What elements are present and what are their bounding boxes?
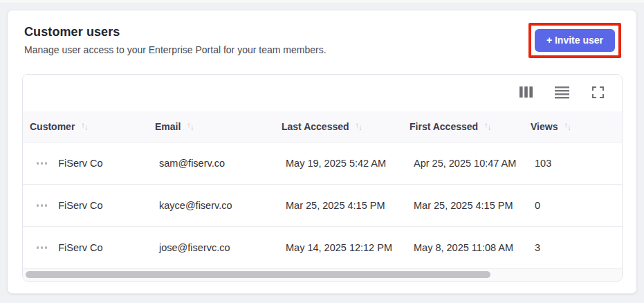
fullscreen-button[interactable] — [586, 82, 609, 105]
density-toggle-button[interactable] — [550, 82, 573, 105]
email-cell: jose@fiservc.co — [148, 242, 275, 253]
column-header-label: First Accessed — [410, 121, 478, 132]
sort-icon[interactable]: ↑↓ — [356, 122, 363, 131]
table-header-row: Customer ↑↓ Email ↑↓ Last Accessed ↑↓ Fi… — [23, 111, 622, 143]
annotation-highlight-box: + Invite user — [528, 23, 621, 58]
horizontal-scrollbar[interactable] — [23, 269, 622, 281]
last-accessed-cell: Mar 25, 2025 4:15 PM — [275, 200, 403, 211]
sort-icon[interactable]: ↑↓ — [187, 122, 194, 131]
table-toolbar — [23, 75, 622, 111]
table-row[interactable]: FiServ Co kayce@fiserv.co Mar 25, 2025 4… — [23, 185, 622, 227]
last-accessed-cell: May 14, 2025 12:12 PM — [275, 242, 403, 253]
panel-header-text: Customer users Manage user access to you… — [24, 25, 326, 55]
show-hide-columns-button[interactable] — [514, 82, 537, 105]
show-hide-columns-icon — [519, 86, 533, 100]
row-actions-button[interactable] — [34, 158, 50, 168]
row-actions-button[interactable] — [34, 200, 50, 210]
column-header-label: Views — [531, 121, 558, 132]
ellipsis-dot — [45, 204, 47, 206]
page-subtitle: Manage user access to your Enterprise Po… — [24, 44, 326, 55]
customer-cell: FiServ Co — [58, 158, 102, 169]
views-cell: 0 — [524, 200, 622, 211]
column-header-label: Last Accessed — [282, 121, 349, 132]
column-header-email[interactable]: Email ↑↓ — [148, 121, 275, 132]
customer-cell: FiServ Co — [58, 242, 102, 253]
row-actions-button[interactable] — [34, 242, 50, 252]
first-accessed-cell: May 8, 2025 11:08 AM — [403, 242, 524, 253]
sort-icon[interactable]: ↑↓ — [564, 122, 571, 131]
column-header-label: Customer — [30, 121, 75, 132]
first-accessed-cell: Mar 25, 2025 4:15 PM — [403, 200, 524, 211]
column-header-last-accessed[interactable]: Last Accessed ↑↓ — [275, 121, 403, 132]
horizontal-scrollbar-thumb[interactable] — [26, 271, 490, 278]
column-header-views[interactable]: Views ↑↓ — [524, 121, 622, 132]
ellipsis-dot — [37, 204, 39, 206]
email-cell: sam@fiserv.co — [148, 158, 275, 169]
column-header-customer[interactable]: Customer ↑↓ — [23, 121, 148, 132]
invite-user-button[interactable]: + Invite user — [535, 29, 615, 52]
density-toggle-icon — [555, 86, 569, 101]
email-cell: kayce@fiserv.co — [148, 200, 275, 211]
top-edge-strip — [0, 0, 644, 3]
ellipsis-dot — [45, 162, 47, 164]
ellipsis-dot — [37, 246, 39, 248]
users-table: Customer ↑↓ Email ↑↓ Last Accessed ↑↓ Fi… — [22, 74, 623, 282]
views-cell: 3 — [524, 242, 622, 253]
sort-icon[interactable]: ↑↓ — [484, 122, 492, 131]
column-header-first-accessed[interactable]: First Accessed ↑↓ — [403, 121, 524, 132]
ellipsis-dot — [41, 246, 43, 248]
column-header-label: Email — [155, 121, 181, 132]
customer-users-panel: Customer users Manage user access to you… — [7, 10, 637, 294]
customer-cell: FiServ Co — [58, 200, 102, 211]
table-row[interactable]: FiServ Co jose@fiservc.co May 14, 2025 1… — [23, 227, 622, 269]
views-cell: 103 — [524, 158, 622, 169]
page-title: Customer users — [24, 25, 326, 39]
sort-icon[interactable]: ↑↓ — [81, 122, 89, 131]
ellipsis-dot — [37, 162, 39, 164]
last-accessed-cell: May 19, 2025 5:42 AM — [275, 158, 403, 169]
panel-header: Customer users Manage user access to you… — [8, 10, 636, 58]
first-accessed-cell: Apr 25, 2025 10:47 AM — [403, 158, 524, 169]
ellipsis-dot — [41, 162, 43, 164]
ellipsis-dot — [45, 246, 47, 248]
ellipsis-dot — [41, 204, 43, 206]
table-row[interactable]: FiServ Co sam@fiserv.co May 19, 2025 5:4… — [23, 143, 622, 185]
fullscreen-icon — [592, 86, 604, 100]
table-body: FiServ Co sam@fiserv.co May 19, 2025 5:4… — [23, 143, 622, 269]
